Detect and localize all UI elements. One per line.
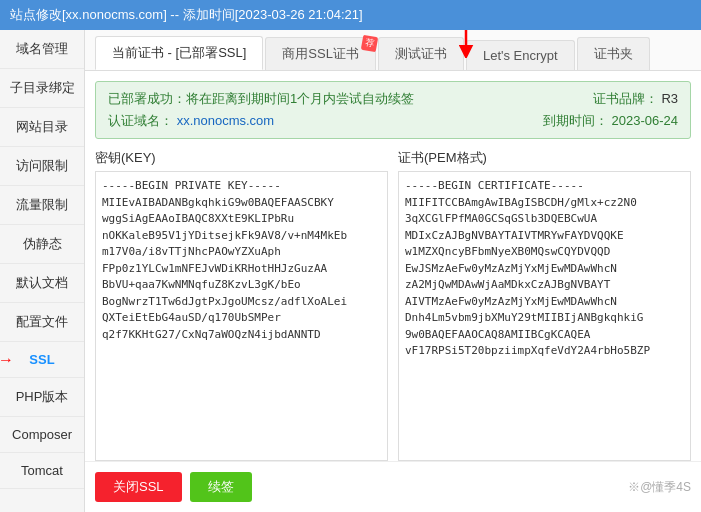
- sidebar-item-webdir[interactable]: 网站目录: [0, 108, 84, 147]
- ssl-arrow-icon: →: [0, 351, 14, 369]
- close-ssl-button[interactable]: 关闭SSL: [95, 472, 182, 502]
- sidebar-item-composer[interactable]: Composer: [0, 417, 84, 453]
- tabs: 当前证书 - [已部署SSL] 商用SSL证书 荐 测试证书 Let's Enc…: [85, 30, 701, 71]
- renew-button[interactable]: 续签: [190, 472, 252, 502]
- domain-value: xx.nonocms.com: [177, 113, 275, 128]
- brand-line: 证书品牌： R3: [543, 90, 678, 108]
- expire-line: 到期时间： 2023-06-24: [543, 112, 678, 130]
- sidebar-item-domain[interactable]: 域名管理: [0, 30, 84, 69]
- main-layout: 域名管理 子目录绑定 网站目录 访问限制 流量限制 伪静态 默认文档 配置文件 …: [0, 30, 701, 512]
- cert-section: 证书(PEM格式): [398, 149, 691, 461]
- cert-textarea[interactable]: [398, 171, 691, 461]
- brand-label: 证书品牌：: [593, 91, 658, 106]
- expire-value: 2023-06-24: [612, 113, 679, 128]
- key-label: 密钥(KEY): [95, 149, 388, 167]
- sidebar-item-ssl[interactable]: → SSL: [0, 342, 84, 378]
- button-area: 关闭SSL 续签 ※@懂季4S: [85, 461, 701, 512]
- tabs-container: 当前证书 - [已部署SSL] 商用SSL证书 荐 测试证书 Let's Enc…: [85, 30, 701, 71]
- success-text: 已部署成功：将在距离到期时间1个月内尝试自动续签: [108, 90, 414, 108]
- sidebar-item-traffic[interactable]: 流量限制: [0, 186, 84, 225]
- sidebar-item-rewrite[interactable]: 伪静态: [0, 225, 84, 264]
- tab-current-ssl[interactable]: 当前证书 - [已部署SSL]: [95, 36, 263, 70]
- commercial-badge: 荐: [361, 35, 378, 52]
- tab-test-cert[interactable]: 测试证书: [378, 37, 464, 70]
- tab-cert-folder[interactable]: 证书夹: [577, 37, 650, 70]
- sidebar-item-tomcat[interactable]: Tomcat: [0, 453, 84, 489]
- top-bar: 站点修改[xx.nonocms.com] -- 添加时间[2023-03-26 …: [0, 0, 701, 30]
- key-cert-container: 密钥(KEY) 证书(PEM格式): [95, 149, 691, 461]
- watermark: ※@懂季4S: [628, 479, 691, 496]
- sidebar-item-config[interactable]: 配置文件: [0, 303, 84, 342]
- info-box: 已部署成功：将在距离到期时间1个月内尝试自动续签 认证域名： xx.nonocm…: [95, 81, 691, 139]
- domain-line: 认证域名： xx.nonocms.com: [108, 112, 414, 130]
- info-right: 证书品牌： R3 到期时间： 2023-06-24: [543, 90, 678, 130]
- btn-group: 关闭SSL 续签: [95, 472, 252, 502]
- brand-value: R3: [661, 91, 678, 106]
- info-left: 已部署成功：将在距离到期时间1个月内尝试自动续签 认证域名： xx.nonocm…: [108, 90, 414, 130]
- sidebar-item-access[interactable]: 访问限制: [0, 147, 84, 186]
- tab-lets-encrypt[interactable]: Let's Encrypt: [466, 40, 575, 70]
- sidebar: 域名管理 子目录绑定 网站目录 访问限制 流量限制 伪静态 默认文档 配置文件 …: [0, 30, 85, 512]
- key-section: 密钥(KEY): [95, 149, 388, 461]
- tab-commercial-ssl[interactable]: 商用SSL证书 荐: [265, 37, 376, 70]
- sidebar-item-subdir[interactable]: 子目录绑定: [0, 69, 84, 108]
- sidebar-item-php[interactable]: PHP版本: [0, 378, 84, 417]
- top-bar-title: 站点修改[xx.nonocms.com] -- 添加时间[2023-03-26 …: [10, 7, 363, 22]
- expire-label: 到期时间：: [543, 113, 608, 128]
- domain-label: 认证域名：: [108, 113, 173, 128]
- key-textarea[interactable]: [95, 171, 388, 461]
- cert-label: 证书(PEM格式): [398, 149, 691, 167]
- content-area: 当前证书 - [已部署SSL] 商用SSL证书 荐 测试证书 Let's Enc…: [85, 30, 701, 512]
- sidebar-item-default-doc[interactable]: 默认文档: [0, 264, 84, 303]
